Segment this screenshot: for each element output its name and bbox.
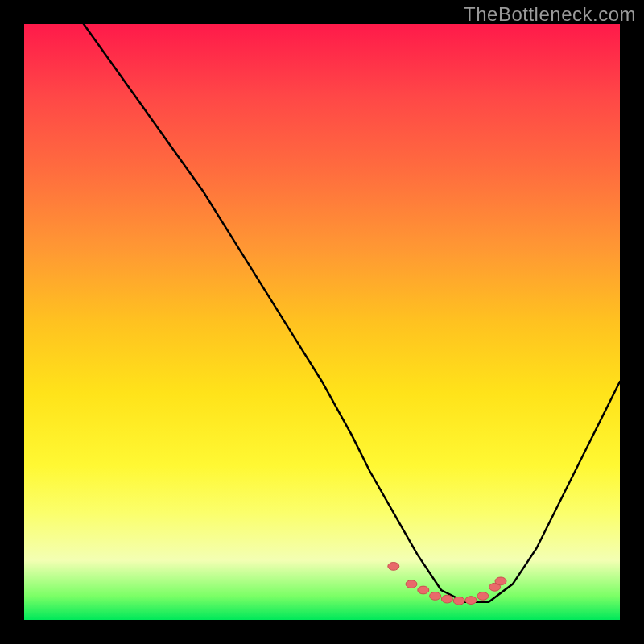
optimal-dot [430, 592, 441, 601]
optimal-dot [495, 577, 506, 585]
watermark-text: TheBottleneck.com [464, 3, 636, 26]
optimal-dot [418, 586, 429, 594]
curve-group [84, 24, 620, 605]
plot-area [24, 24, 620, 620]
optimal-dot [477, 592, 489, 601]
optimal-dot [465, 597, 477, 605]
optimal-dot [388, 563, 399, 571]
optimal-dot [441, 595, 452, 603]
optimal-dot [453, 597, 464, 605]
bottleneck-curve-svg [24, 24, 620, 620]
bottleneck-curve [84, 24, 620, 602]
optimal-dot [406, 580, 417, 588]
optimal-range-dots [388, 563, 506, 605]
chart-frame: TheBottleneck.com [0, 0, 644, 644]
